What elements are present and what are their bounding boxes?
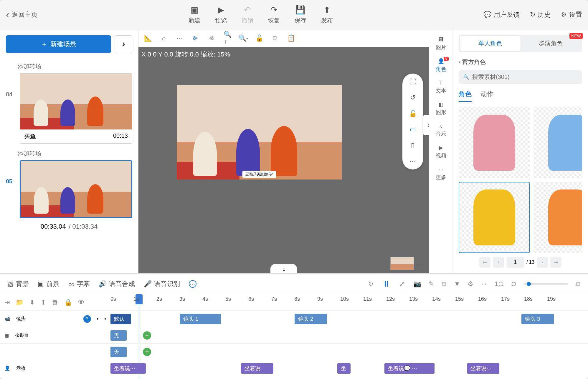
minimize-icon[interactable]: ▭ <box>417 260 423 267</box>
reset-icon[interactable]: ↻ <box>368 280 373 288</box>
trash-icon[interactable]: 🗑 <box>52 299 58 306</box>
clip-cam3[interactable]: 镜头 3 <box>521 314 554 324</box>
zoom-in-icon[interactable]: 🔍+ <box>224 35 231 42</box>
pause-icon[interactable]: ⏸ <box>382 279 390 289</box>
scene-music-button[interactable]: ♪ <box>115 35 132 53</box>
save-button[interactable]: 💾保存 <box>295 5 306 24</box>
page-prev-button[interactable]: ‹ <box>493 257 504 268</box>
clip-none[interactable]: 无 <box>110 330 127 341</box>
upload-icon[interactable]: ⬆ <box>41 299 46 306</box>
page-input[interactable] <box>506 257 524 268</box>
nav-item-more[interactable]: ⋯更多 <box>436 166 446 181</box>
clip-sit-talk[interactable]: 坐着说 ⋯ <box>467 363 499 374</box>
feedback-link[interactable]: 💬用户反馈 <box>483 10 520 19</box>
ruler-icon[interactable]: 📐 <box>144 35 151 42</box>
timeline-more-icon[interactable]: ⋯ <box>189 280 196 288</box>
download-icon[interactable]: ⬇ <box>29 299 35 306</box>
align-h-icon[interactable]: ⫷ <box>208 35 215 42</box>
publish-button[interactable]: ⬆发布 <box>321 5 333 24</box>
new-button[interactable]: ▣新建 <box>189 5 200 24</box>
import-icon[interactable]: ⇥ <box>4 299 10 306</box>
new-scene-button[interactable]: ＋新建场景 <box>6 35 111 53</box>
clip-cam1[interactable]: 镜头 1 <box>180 314 221 324</box>
lock2-icon[interactable]: 🔒 <box>64 299 72 306</box>
unlock-icon[interactable]: 🔓 <box>256 35 263 42</box>
nav-item-shape[interactable]: ◧图形 <box>436 101 446 116</box>
phone-icon[interactable]: ▯ <box>411 142 414 149</box>
monitor-icon[interactable]: ▭ <box>410 126 416 133</box>
clip-sit-talk[interactable]: 坐着说 <box>241 363 273 374</box>
redo-button[interactable]: ↷恢复 <box>268 5 280 24</box>
home-icon[interactable]: ⌂ <box>160 35 167 42</box>
page-next-button[interactable]: › <box>537 257 548 268</box>
clip-cam2[interactable]: 镜头 2 <box>295 314 327 324</box>
page-first-button[interactable]: ⇤ <box>479 257 490 268</box>
folder-icon[interactable]: 📁 <box>16 299 24 306</box>
page-last-button[interactable]: ⇥ <box>550 257 561 268</box>
zoom-in-tl-icon[interactable]: ⊕ <box>575 280 581 288</box>
scene-item[interactable]: 04 买鱼 00:13 <box>6 73 132 144</box>
fg-button[interactable]: ▣前景 <box>38 280 59 288</box>
scene-card[interactable]: 买鱼 00:13 <box>20 73 132 144</box>
ratio-icon[interactable]: 1:1 <box>495 280 504 288</box>
panel-expand-handle[interactable]: › <box>423 115 429 135</box>
marker-icon[interactable]: ⊕ <box>441 280 447 288</box>
canvas-frame[interactable]: 还能只买那位吗? <box>177 85 342 179</box>
clip-sit[interactable]: 坐 <box>337 363 351 374</box>
undo-button[interactable]: ↶撤销 <box>242 5 253 24</box>
clip-default[interactable]: 默认 <box>110 314 131 324</box>
more-dots-icon[interactable]: ⋯ <box>409 157 416 165</box>
nav-item-image[interactable]: 🖼图片 <box>436 36 446 51</box>
canvas-stage[interactable]: X 0.0 Y 0.0 旋转:0.0 缩放: 15% 还能只买那位吗? ⛶ ↺ … <box>138 47 429 273</box>
zoom-out-tl-icon[interactable]: ⊖ <box>511 280 516 288</box>
rotate-icon[interactable]: ↺ <box>410 94 415 102</box>
asset-item[interactable] <box>459 107 530 178</box>
add-keyframe-button[interactable]: + <box>143 331 151 340</box>
zoom-slider[interactable] <box>524 283 568 285</box>
nav-item-music[interactable]: ♫音乐 <box>436 123 446 137</box>
clip-sit-talk[interactable]: 坐着说 ⋯ <box>110 363 146 374</box>
add-keyframe-button[interactable]: + <box>143 348 151 356</box>
expand-icon[interactable]: ⤢ <box>399 280 404 288</box>
collapse-handle[interactable]: ⌄ <box>270 264 297 273</box>
asset-item[interactable] <box>459 182 530 253</box>
breadcrumb[interactable]: ‹ 官方角色 <box>459 58 582 66</box>
settings-link[interactable]: ⚙设置 <box>561 10 582 19</box>
zoom-out-icon[interactable]: 🔍- <box>240 35 247 42</box>
scene-card[interactable] <box>20 160 132 218</box>
subtab-role[interactable]: 角色 <box>459 90 472 102</box>
nav-item-role[interactable]: 👤N角色 <box>436 58 446 73</box>
history-link[interactable]: ↻历史 <box>530 10 551 19</box>
lock-icon[interactable]: 🔓 <box>409 110 417 117</box>
copy-icon[interactable]: ⧉ <box>272 35 279 42</box>
clip-none[interactable]: 无 <box>110 347 127 357</box>
paste-icon[interactable]: 📋 <box>288 35 295 42</box>
subtab-action[interactable]: 动作 <box>480 90 493 102</box>
preview-button[interactable]: ▶预览 <box>215 5 227 24</box>
back-button[interactable]: 返回主页 <box>6 9 38 21</box>
scene-item[interactable]: 05 <box>6 160 132 218</box>
filter-icon[interactable]: ▼ <box>454 280 460 288</box>
tab-single-role[interactable]: 单人角色 <box>460 36 521 51</box>
transition-label[interactable]: 添加转场 <box>18 149 132 157</box>
eye-icon[interactable]: 👁 <box>78 299 85 306</box>
help-icon[interactable]: ? <box>83 315 91 323</box>
search-box[interactable]: 🔍 <box>459 70 582 84</box>
asset-item[interactable] <box>534 182 582 253</box>
tts-button[interactable]: 🔊语音合成 <box>99 280 135 288</box>
fullscreen-icon[interactable]: ⛶ <box>409 78 416 86</box>
asr-button[interactable]: 🎤语音识别 <box>144 280 180 288</box>
tab-group-role[interactable]: 群演角色NEW <box>521 36 581 51</box>
settings2-icon[interactable]: ⚙ <box>468 280 473 288</box>
search-input[interactable] <box>472 74 577 80</box>
transition-label[interactable]: 添加转场 <box>18 62 132 70</box>
camera-icon[interactable]: 📷 <box>413 280 421 288</box>
edit-icon[interactable]: ✎ <box>429 280 434 288</box>
clip-sit-talk[interactable]: 坐着说 💬 ⋯ <box>384 363 435 374</box>
subtitle-button[interactable]: ㏄字幕 <box>68 280 90 288</box>
nav-item-video[interactable]: ▶视频 <box>436 144 446 159</box>
canvas-mini-thumb[interactable] <box>390 257 414 270</box>
align-v-icon[interactable]: ⫸ <box>192 35 199 42</box>
nav-item-text[interactable]: T文本 <box>436 80 446 94</box>
more-icon[interactable]: ⋯ <box>176 35 183 42</box>
